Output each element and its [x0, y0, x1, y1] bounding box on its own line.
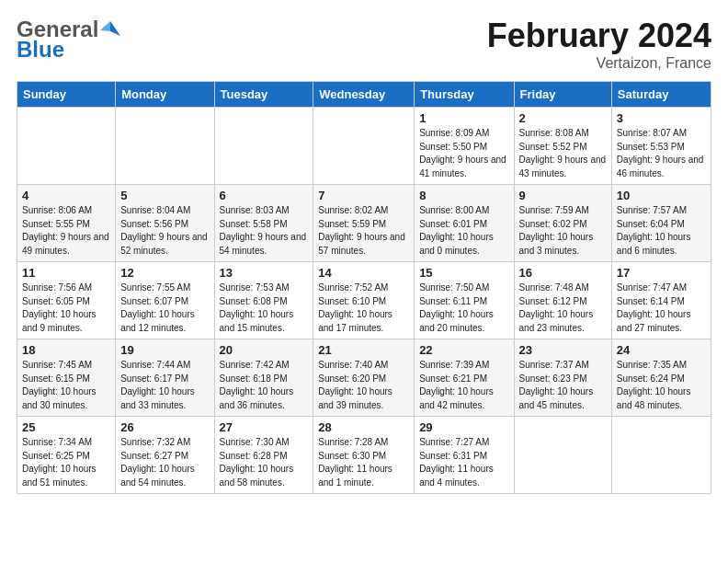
day-header-thursday: Thursday — [415, 82, 514, 108]
title-block: February 2024 Vertaizon, France — [487, 17, 711, 72]
day-cell: 5Sunrise: 8:04 AMSunset: 5:56 PMDaylight… — [116, 185, 214, 262]
day-cell: 26Sunrise: 7:32 AMSunset: 6:27 PMDayligh… — [116, 417, 214, 494]
day-number: 28 — [318, 420, 409, 434]
day-info: Sunrise: 7:40 AMSunset: 6:20 PMDaylight:… — [318, 359, 409, 412]
day-info: Sunrise: 8:09 AMSunset: 5:50 PMDaylight:… — [419, 127, 508, 180]
location: Vertaizon, France — [487, 55, 711, 72]
day-info: Sunrise: 7:39 AMSunset: 6:21 PMDaylight:… — [419, 359, 508, 412]
day-cell — [17, 108, 116, 185]
day-header-sunday: Sunday — [17, 82, 116, 108]
day-info: Sunrise: 7:35 AMSunset: 6:24 PMDaylight:… — [617, 359, 706, 412]
day-header-tuesday: Tuesday — [214, 82, 313, 108]
month-title: February 2024 — [487, 17, 711, 55]
day-info: Sunrise: 7:57 AMSunset: 6:04 PMDaylight:… — [617, 204, 706, 258]
day-cell: 12Sunrise: 7:55 AMSunset: 6:07 PMDayligh… — [116, 262, 214, 339]
day-number: 10 — [617, 189, 706, 202]
day-cell: 2Sunrise: 8:08 AMSunset: 5:52 PMDaylight… — [514, 108, 611, 185]
day-number: 13 — [220, 266, 309, 280]
day-cell: 10Sunrise: 7:57 AMSunset: 6:04 PMDayligh… — [611, 185, 711, 262]
day-cell: 23Sunrise: 7:37 AMSunset: 6:23 PMDayligh… — [514, 339, 611, 417]
day-info: Sunrise: 7:37 AMSunset: 6:23 PMDaylight:… — [519, 359, 607, 412]
day-info: Sunrise: 7:50 AMSunset: 6:11 PMDaylight:… — [419, 282, 508, 335]
day-info: Sunrise: 8:02 AMSunset: 5:59 PMDaylight:… — [318, 204, 409, 258]
day-cell: 27Sunrise: 7:30 AMSunset: 6:28 PMDayligh… — [214, 417, 313, 494]
day-info: Sunrise: 8:03 AMSunset: 5:58 PMDaylight:… — [220, 204, 309, 258]
day-cell — [116, 108, 214, 185]
day-info: Sunrise: 7:45 AMSunset: 6:15 PMDaylight:… — [22, 359, 110, 412]
day-number: 22 — [419, 343, 508, 357]
day-cell: 14Sunrise: 7:52 AMSunset: 6:10 PMDayligh… — [313, 262, 415, 339]
day-number: 11 — [22, 266, 110, 280]
day-cell: 29Sunrise: 7:27 AMSunset: 6:31 PMDayligh… — [415, 417, 514, 494]
day-info: Sunrise: 7:53 AMSunset: 6:08 PMDaylight:… — [220, 282, 309, 335]
day-number: 21 — [318, 343, 409, 357]
day-number: 2 — [519, 111, 607, 125]
day-cell: 8Sunrise: 8:00 AMSunset: 6:01 PMDaylight… — [415, 185, 514, 262]
day-number: 7 — [318, 189, 409, 202]
day-cell: 11Sunrise: 7:56 AMSunset: 6:05 PMDayligh… — [17, 262, 116, 339]
day-number: 1 — [419, 111, 508, 125]
day-number: 20 — [220, 343, 309, 357]
page: General Blue February 2024 Vertaizon, Fr… — [0, 0, 728, 503]
day-info: Sunrise: 8:04 AMSunset: 5:56 PMDaylight:… — [120, 204, 209, 258]
day-info: Sunrise: 7:34 AMSunset: 6:25 PMDaylight:… — [22, 436, 110, 489]
day-number: 15 — [419, 266, 508, 280]
week-row-1: 1Sunrise: 8:09 AMSunset: 5:50 PMDaylight… — [17, 108, 711, 185]
day-info: Sunrise: 7:59 AMSunset: 6:02 PMDaylight:… — [519, 204, 607, 258]
day-info: Sunrise: 8:00 AMSunset: 6:01 PMDaylight:… — [419, 204, 508, 258]
week-row-2: 4Sunrise: 8:06 AMSunset: 5:55 PMDaylight… — [17, 185, 711, 262]
day-info: Sunrise: 7:47 AMSunset: 6:14 PMDaylight:… — [617, 282, 706, 335]
day-number: 17 — [617, 266, 706, 280]
day-number: 8 — [419, 189, 508, 202]
day-cell: 28Sunrise: 7:28 AMSunset: 6:30 PMDayligh… — [313, 417, 415, 494]
day-number: 25 — [22, 420, 110, 434]
day-info: Sunrise: 7:48 AMSunset: 6:12 PMDaylight:… — [519, 282, 607, 335]
day-cell: 18Sunrise: 7:45 AMSunset: 6:15 PMDayligh… — [17, 339, 116, 417]
week-row-3: 11Sunrise: 7:56 AMSunset: 6:05 PMDayligh… — [17, 262, 711, 339]
day-number: 19 — [120, 343, 209, 357]
day-info: Sunrise: 7:30 AMSunset: 6:28 PMDaylight:… — [220, 436, 309, 489]
day-info: Sunrise: 8:08 AMSunset: 5:52 PMDaylight:… — [519, 127, 607, 180]
day-number: 14 — [318, 266, 409, 280]
logo-blue: Blue — [17, 37, 64, 63]
header-row: SundayMondayTuesdayWednesdayThursdayFrid… — [17, 82, 711, 108]
day-cell: 7Sunrise: 8:02 AMSunset: 5:59 PMDaylight… — [313, 185, 415, 262]
day-number: 5 — [120, 189, 209, 202]
day-number: 6 — [220, 189, 309, 202]
day-number: 9 — [519, 189, 607, 202]
day-cell — [313, 108, 415, 185]
svg-marker-0 — [110, 21, 120, 36]
day-header-monday: Monday — [116, 82, 214, 108]
day-info: Sunrise: 8:06 AMSunset: 5:55 PMDaylight:… — [22, 204, 110, 258]
day-info: Sunrise: 7:55 AMSunset: 6:07 PMDaylight:… — [120, 282, 209, 335]
day-info: Sunrise: 7:42 AMSunset: 6:18 PMDaylight:… — [220, 359, 309, 412]
day-info: Sunrise: 7:28 AMSunset: 6:30 PMDaylight:… — [318, 436, 409, 489]
day-info: Sunrise: 8:07 AMSunset: 5:53 PMDaylight:… — [617, 127, 706, 180]
day-cell: 17Sunrise: 7:47 AMSunset: 6:14 PMDayligh… — [611, 262, 711, 339]
day-number: 16 — [519, 266, 607, 280]
day-cell: 25Sunrise: 7:34 AMSunset: 6:25 PMDayligh… — [17, 417, 116, 494]
day-info: Sunrise: 7:32 AMSunset: 6:27 PMDaylight:… — [120, 436, 209, 489]
day-cell: 3Sunrise: 8:07 AMSunset: 5:53 PMDaylight… — [611, 108, 711, 185]
svg-marker-1 — [100, 21, 110, 31]
day-number: 23 — [519, 343, 607, 357]
day-number: 26 — [120, 420, 209, 434]
day-cell — [514, 417, 611, 494]
day-cell: 22Sunrise: 7:39 AMSunset: 6:21 PMDayligh… — [415, 339, 514, 417]
calendar-table: SundayMondayTuesdayWednesdayThursdayFrid… — [17, 81, 711, 494]
day-cell: 9Sunrise: 7:59 AMSunset: 6:02 PMDaylight… — [514, 185, 611, 262]
logo: General Blue — [17, 17, 120, 63]
day-info: Sunrise: 7:44 AMSunset: 6:17 PMDaylight:… — [120, 359, 209, 412]
day-number: 24 — [617, 343, 706, 357]
day-cell: 1Sunrise: 8:09 AMSunset: 5:50 PMDaylight… — [415, 108, 514, 185]
day-header-friday: Friday — [514, 82, 611, 108]
day-info: Sunrise: 7:56 AMSunset: 6:05 PMDaylight:… — [22, 282, 110, 335]
day-number: 29 — [419, 420, 508, 434]
day-number: 3 — [617, 111, 706, 125]
day-cell: 4Sunrise: 8:06 AMSunset: 5:55 PMDaylight… — [17, 185, 116, 262]
day-cell — [611, 417, 711, 494]
day-cell: 21Sunrise: 7:40 AMSunset: 6:20 PMDayligh… — [313, 339, 415, 417]
day-number: 27 — [220, 420, 309, 434]
day-cell: 6Sunrise: 8:03 AMSunset: 5:58 PMDaylight… — [214, 185, 313, 262]
day-info: Sunrise: 7:27 AMSunset: 6:31 PMDaylight:… — [419, 436, 508, 489]
